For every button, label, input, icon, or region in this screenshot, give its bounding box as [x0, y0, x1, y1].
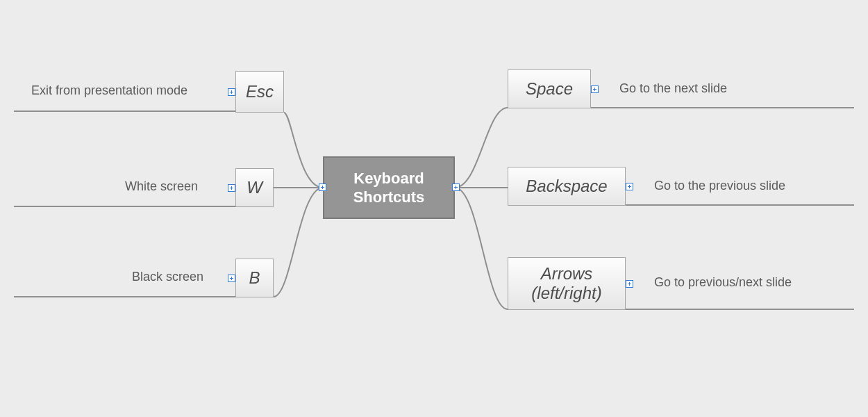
key-label: Backspace [526, 177, 607, 196]
right-desc: Go to the previous slide [654, 179, 785, 193]
central-node[interactable]: Keyboard Shortcuts [323, 156, 455, 219]
left-expand-handle[interactable] [228, 184, 235, 192]
right-expand-handle[interactable] [591, 85, 599, 93]
key-label: Space [526, 79, 573, 99]
right-expand-handle[interactable] [626, 183, 633, 190]
key-label: B [249, 268, 260, 288]
mindmap-canvas[interactable]: Keyboard Shortcuts EscExit from presenta… [0, 0, 868, 417]
key-label: Esc [246, 82, 274, 101]
left-expand-handle[interactable] [228, 88, 235, 96]
key-label: Arrows (left/right) [531, 264, 601, 302]
right-key-box[interactable]: Arrows (left/right) [508, 257, 626, 310]
left-desc: White screen [125, 179, 198, 194]
left-desc: Exit from presentation mode [31, 83, 187, 98]
key-label: W [247, 178, 262, 197]
left-key-box[interactable]: B [235, 259, 274, 297]
central-expand-handle-1[interactable] [452, 183, 460, 191]
right-desc: Go to the next slide [619, 81, 727, 96]
left-expand-handle[interactable] [228, 275, 235, 282]
right-expand-handle[interactable] [626, 280, 633, 288]
central-node-title: Keyboard Shortcuts [353, 169, 425, 207]
left-key-box[interactable]: W [235, 168, 274, 207]
central-expand-handle-0[interactable] [319, 183, 326, 191]
left-desc: Black screen [132, 270, 203, 284]
right-key-box[interactable]: Space [508, 70, 591, 108]
right-key-box[interactable]: Backspace [508, 167, 626, 206]
left-key-box[interactable]: Esc [235, 71, 284, 113]
right-desc: Go to previous/next slide [654, 275, 792, 290]
